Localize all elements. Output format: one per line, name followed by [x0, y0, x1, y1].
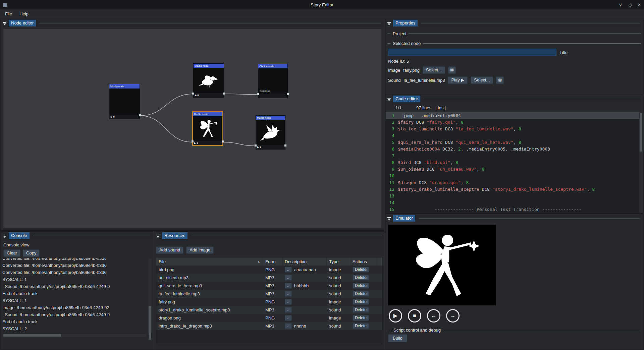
sound-play-button[interactable]: Play ▶	[448, 76, 468, 84]
play-button[interactable]: ▶	[389, 309, 402, 323]
menu-file[interactable]: File	[1, 10, 16, 18]
column-file[interactable]: File ▲	[156, 257, 263, 266]
console-buttons: Clear Copy	[3, 249, 152, 257]
file-type: image	[327, 267, 350, 272]
resource-row[interactable]: intro_drako_le_dragon.mp3MP3..nnnnnsound…	[156, 322, 382, 330]
image-clear-button[interactable]: ⊠	[448, 66, 456, 74]
node-editor-panel: Node editor Media node▶ ■Media node▶ ■Ch…	[1, 19, 384, 231]
edit-description-button[interactable]: ..	[285, 267, 292, 273]
minimize-button[interactable]: ∨	[619, 2, 622, 7]
output-pin[interactable]	[287, 93, 289, 95]
code-line[interactable]: 12$story1_drako_luminelle_sceptre DC8 "s…	[386, 186, 643, 193]
code-line[interactable]: 1 jump .mediaEntry0004	[386, 112, 643, 119]
build-button[interactable]: Build	[388, 334, 407, 342]
delete-button[interactable]: Delete	[353, 283, 369, 289]
delete-button[interactable]: Delete	[353, 307, 369, 313]
step-back-button[interactable]: ←	[427, 309, 440, 323]
input-pin[interactable]	[192, 140, 194, 142]
console-output[interactable]: Converted file: /home/anthony/ostproj/ba…	[2, 258, 147, 333]
input-pin[interactable]	[192, 93, 194, 95]
input-pin[interactable]	[255, 144, 257, 147]
code-scrollbar[interactable]	[639, 112, 643, 213]
code-line[interactable]: 9$un_oiseau DC8 "un_oiseau.wav", 8	[386, 166, 643, 173]
code-line[interactable]: 7	[386, 153, 643, 159]
title-input[interactable]	[388, 49, 556, 56]
console-horizontal-scrollbar[interactable]	[3, 334, 147, 337]
code-line[interactable]: 13	[386, 193, 643, 199]
resource-row[interactable]: un_oiseau.mp3MP3..soundDelete	[156, 274, 382, 282]
code-line[interactable]: 14	[386, 199, 643, 206]
resource-row[interactable]: bird.pngPNG..aaaaaaaaaimageDelete	[156, 266, 382, 274]
console-vscroll-thumb[interactable]	[149, 306, 151, 340]
code-editor-area[interactable]: 1 jump .mediaEntry00042$fairy DC8 "fairy…	[386, 112, 643, 213]
delete-button[interactable]: Delete	[353, 267, 369, 273]
column-type[interactable]: Type	[327, 257, 350, 266]
code-line[interactable]: 3$la_fee_luminelle DC8 "la_fee_luminelle…	[386, 126, 643, 132]
line-content: --------------- Personal Text Transition…	[398, 206, 582, 213]
step-forward-button[interactable]: →	[446, 309, 460, 323]
graph-node-fairy[interactable]: Media node▶ ■	[192, 111, 223, 146]
code-line[interactable]: 4	[386, 132, 643, 139]
maximize-button[interactable]: ◇	[628, 2, 632, 7]
input-pin[interactable]	[257, 93, 259, 95]
sound-select-button[interactable]: Select...	[471, 76, 493, 84]
code-line[interactable]: 11$dragon DC8 "dragon.qoi", 8	[386, 179, 643, 186]
code-line[interactable]: 15 --------------- Personal Text Transit…	[386, 206, 643, 213]
edit-description-button[interactable]: ..	[285, 315, 292, 321]
output-pin[interactable]	[139, 114, 141, 116]
delete-button[interactable]: Delete	[353, 323, 369, 329]
line-number: 14	[386, 199, 398, 206]
resource-row[interactable]: dragon.pngPNG..imageDelete	[156, 314, 382, 322]
edit-description-button[interactable]: ..	[285, 323, 292, 329]
add-image-button[interactable]: Add image	[186, 246, 214, 254]
close-button[interactable]: ×	[638, 2, 641, 7]
edit-description-button[interactable]: ..	[285, 283, 292, 289]
graph-node-entry[interactable]: Media node▶ ■	[109, 84, 140, 119]
collapse-icon[interactable]	[387, 97, 391, 101]
collapse-icon[interactable]	[387, 216, 391, 220]
edit-description-button[interactable]: ..	[285, 307, 292, 313]
code-line[interactable]: 8$bird DC8 "bird.qoi", 8	[386, 159, 643, 166]
output-pin[interactable]	[223, 93, 225, 95]
console-vertical-scrollbar[interactable]	[148, 258, 152, 333]
image-select-button[interactable]: Select...	[423, 66, 445, 74]
node-body: Continue	[258, 68, 287, 94]
collapse-icon[interactable]	[156, 234, 160, 238]
resource-row[interactable]: story1_drako_luminelle_sceptre.mp3MP3..s…	[156, 306, 382, 314]
sound-clear-button[interactable]: ⊠	[496, 76, 504, 84]
resources-panel: Resources Add sound Add image File ▲ For…	[154, 231, 384, 349]
output-pin[interactable]	[222, 140, 224, 142]
resource-row[interactable]: fairy.pngPNG..imageDelete	[156, 298, 382, 306]
column-actions[interactable]: Actions	[350, 257, 376, 266]
delete-button[interactable]: Delete	[353, 275, 369, 281]
collapse-icon[interactable]	[3, 21, 7, 25]
resource-row[interactable]: la_fee_luminelle.mp3MP3..soundDelete	[156, 290, 382, 298]
delete-button[interactable]: Delete	[353, 315, 369, 321]
column-description[interactable]: Description	[282, 257, 327, 266]
edit-description-button[interactable]: ..	[285, 291, 292, 297]
edit-description-button[interactable]: ..	[285, 299, 292, 305]
copy-button[interactable]: Copy	[23, 249, 40, 257]
code-line[interactable]: 10	[386, 173, 643, 179]
collapse-icon[interactable]	[387, 21, 391, 25]
edit-description-button[interactable]: ..	[285, 275, 292, 281]
console-hscroll-thumb[interactable]	[3, 334, 61, 337]
graph-node-dragon[interactable]: Media node▶ ■	[256, 115, 285, 150]
resource-row[interactable]: qui_sera_le_hero.mp3MP3..bbbbbbsoundDele…	[156, 282, 382, 290]
stop-button[interactable]: ■	[408, 309, 421, 323]
delete-button[interactable]: Delete	[353, 299, 369, 305]
node-graph-canvas[interactable]: Media node▶ ■Media node▶ ■Choice nodeCon…	[3, 29, 381, 228]
menu-help[interactable]: Help	[16, 10, 32, 18]
code-line[interactable]: 6$mediaChoice0004 DC32, 2, .mediaEntry00…	[386, 146, 643, 153]
add-sound-button[interactable]: Add sound	[156, 246, 183, 254]
code-line[interactable]: 2$fairy DC8 "fairy.qoi", 8	[386, 119, 643, 126]
graph-node-choice[interactable]: Choice nodeContinue	[258, 64, 288, 98]
code-line[interactable]: 5$qui_sera_le_hero DC8 "qui_sera_le_hero…	[386, 139, 643, 146]
graph-node-bird[interactable]: Media node▶ ■	[193, 63, 224, 98]
code-scrollbar-thumb[interactable]	[640, 113, 642, 152]
delete-button[interactable]: Delete	[353, 291, 369, 297]
clear-button[interactable]: Clear	[3, 249, 20, 257]
collapse-icon[interactable]	[3, 234, 7, 238]
column-format[interactable]: Form.	[263, 257, 282, 266]
output-pin[interactable]	[284, 144, 286, 147]
